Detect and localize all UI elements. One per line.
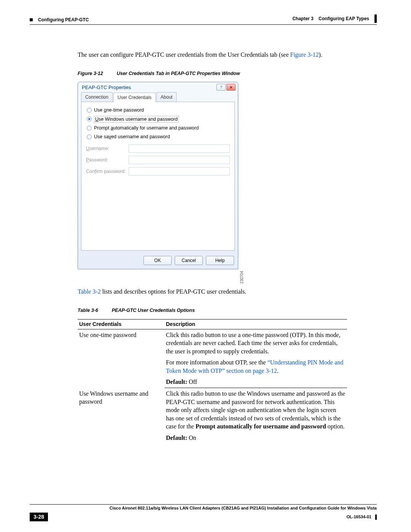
- table-row-desc: Click this radio button to use the Windo…: [164, 388, 347, 432]
- table-row-name: Use one-time password: [78, 329, 164, 388]
- cancel-button[interactable]: Cancel: [175, 256, 203, 265]
- table-caption: Table 3-6PEAP-GTC User Credentials Optio…: [78, 307, 377, 314]
- dialog-title: PEAP-GTC Properties: [82, 84, 131, 91]
- tab-about[interactable]: About: [156, 92, 177, 101]
- radio-icon: [87, 134, 92, 139]
- tab-connection[interactable]: Connection: [81, 92, 113, 101]
- doc-number: OL-16534-01: [347, 514, 371, 520]
- radio-icon: [87, 117, 92, 121]
- header-chapter-title: Configuring EAP Types: [319, 16, 369, 21]
- help-icon[interactable]: ?: [217, 84, 226, 91]
- ok-button[interactable]: OK: [143, 256, 172, 265]
- radio-saved-credentials[interactable]: Use saved username and password: [86, 133, 230, 141]
- password-input[interactable]: [129, 156, 230, 164]
- figure-link[interactable]: Figure 3-12: [290, 51, 319, 58]
- figure-caption: Figure 3-12User Credentials Tab in PEAP-…: [78, 70, 377, 77]
- table-header-user-credentials: User Credentials: [78, 319, 164, 329]
- table-link[interactable]: Table 3-2: [78, 288, 101, 295]
- table-row-default: Default: Off: [164, 376, 347, 388]
- help-button[interactable]: Help: [206, 256, 234, 265]
- radio-icon: [87, 126, 92, 131]
- table-row-desc: For more information about OTP, see the …: [164, 357, 347, 376]
- radio-prompt-automatically[interactable]: Prompt automatically for username and pa…: [86, 124, 230, 133]
- password-label: Password:: [86, 157, 129, 163]
- footer-book-title: Cisco Aironet 802.11a/b/g Wireless LAN C…: [30, 505, 377, 511]
- username-input[interactable]: [129, 144, 230, 153]
- page-number: 3-28: [30, 513, 48, 521]
- figure-image-number: 230704: [239, 271, 245, 283]
- radio-windows-credentials[interactable]: Use Windows username and password: [86, 115, 230, 124]
- table-row-desc: Click this radio button to use a one-tim…: [164, 329, 347, 357]
- intro-paragraph: The user can configure PEAP-GTC user cre…: [78, 51, 377, 59]
- running-header: Configuring PEAP-GTC Chapter 3 Configuri…: [30, 14, 377, 23]
- page-footer: Cisco Aironet 802.11a/b/g Wireless LAN C…: [30, 504, 377, 521]
- tab-user-credentials[interactable]: User Credentials: [113, 93, 156, 102]
- radio-icon: [87, 108, 92, 113]
- close-icon[interactable]: ✕: [226, 84, 236, 91]
- username-label: Username:: [86, 145, 129, 152]
- header-chapter-label: Chapter 3: [292, 16, 313, 21]
- mid-paragraph: Table 3-2 lists and describes options fo…: [78, 288, 377, 296]
- header-section: Configuring PEAP-GTC: [38, 17, 89, 23]
- table-header-description: Description: [164, 319, 347, 329]
- confirm-password-input[interactable]: [129, 167, 230, 176]
- peap-properties-dialog: PEAP-GTC Properties ? ✕ Connection User …: [78, 82, 238, 269]
- confirm-password-label: Confirm password:: [86, 168, 129, 175]
- table-row-default: Default: On: [164, 432, 347, 444]
- radio-one-time-password[interactable]: Use one-time password: [86, 106, 230, 115]
- options-table: User Credentials Description Use one-tim…: [78, 319, 347, 444]
- table-row-name: Use Windows username and password: [78, 388, 164, 444]
